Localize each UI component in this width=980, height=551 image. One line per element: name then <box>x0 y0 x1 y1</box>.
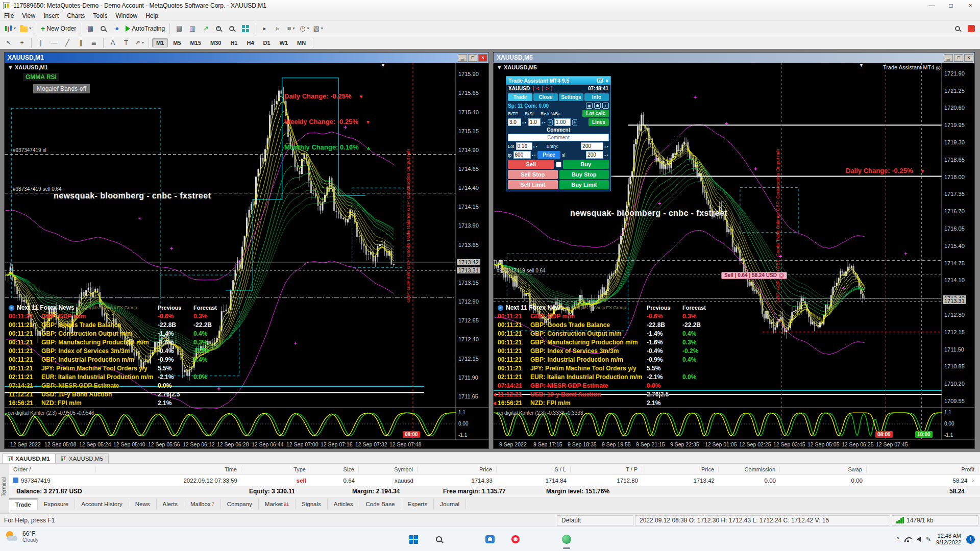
chart-tab-xauusd-m5[interactable]: XAUUSD,M5 <box>56 453 109 463</box>
chart-line-button[interactable]: ↗ <box>200 22 212 35</box>
tray-overflow-icon[interactable]: ^ <box>896 536 899 543</box>
sell-limit-button[interactable]: Sell Limit <box>508 180 558 189</box>
start-taskbar-icon[interactable] <box>403 529 424 549</box>
trendline-tool[interactable]: ╱ <box>61 37 74 49</box>
menu-item-file[interactable]: File <box>0 12 18 20</box>
chart-m1-restore-button[interactable]: □ <box>468 54 477 62</box>
vertical-line-tool[interactable]: | <box>35 37 47 49</box>
tf-button-m15[interactable]: M15 <box>186 38 205 47</box>
terminal-tab-market[interactable]: Market91 <box>259 499 296 509</box>
trade-assistant-close-icon[interactable]: × <box>605 78 608 84</box>
opera-taskbar-icon[interactable] <box>505 529 526 549</box>
chart-shift-button[interactable]: ▹ <box>272 22 284 35</box>
tf-button-m1[interactable]: M1 <box>152 38 168 47</box>
new-order-button[interactable]: +New Order <box>39 22 78 35</box>
rtp-input[interactable] <box>508 118 521 126</box>
indicator-label-mogalef-bands[interactable]: Mogalef Bands-off <box>33 84 90 93</box>
terminal-tab-articles[interactable]: Articles <box>328 499 360 509</box>
search-taskbar-icon[interactable] <box>429 529 449 549</box>
mql5-button[interactable] <box>965 22 977 35</box>
buy-stop-button[interactable]: Buy Stop <box>559 170 609 179</box>
menu-item-window[interactable]: Window <box>112 12 142 20</box>
autotrading-button[interactable]: AutoTrading <box>124 22 166 35</box>
risk-input[interactable] <box>554 118 571 126</box>
chart-tab-xauusd-m1[interactable]: XAUUSD,M1 <box>2 453 56 463</box>
tf-button-h4[interactable]: H4 <box>242 38 258 47</box>
camera-icon[interactable] <box>597 79 603 83</box>
lot-calc-button[interactable]: Lot calc <box>582 110 609 117</box>
ta-tab-trade[interactable]: Trade <box>508 93 532 101</box>
sl-input[interactable] <box>586 151 603 159</box>
ta-tab-info[interactable]: Info <box>584 93 609 101</box>
network-icon[interactable] <box>904 537 912 542</box>
channel-tool[interactable]: ∥ <box>75 37 87 49</box>
chart-candles-button[interactable]: ▥ <box>186 22 199 35</box>
terminal-column-4[interactable]: Symbol <box>359 466 418 472</box>
community-button[interactable]: ● <box>111 22 123 35</box>
terminal-tab-mailbox[interactable]: Mailbox7 <box>184 499 221 509</box>
collapse-triangle-icon[interactable]: ▼ <box>497 64 504 70</box>
minimize-button[interactable]: — <box>922 0 941 11</box>
tf-button-d1[interactable]: D1 <box>259 38 275 47</box>
ta-tab-settings[interactable]: Settings <box>559 93 583 101</box>
risk-plus-button[interactable]: + <box>572 119 577 126</box>
crosshair-tool[interactable]: + <box>16 37 28 49</box>
notification-badge[interactable]: 1 <box>966 535 975 544</box>
tile-windows-button[interactable] <box>239 22 252 35</box>
chart-bars-button[interactable]: ▤ <box>173 22 185 35</box>
menu-item-tools[interactable]: Tools <box>89 12 112 20</box>
terminal-column-8[interactable]: Price <box>642 466 719 472</box>
terminal-tab-journal[interactable]: Journal <box>434 499 466 509</box>
expert-advisors-button[interactable]: ▦ <box>84 22 96 35</box>
status-profile[interactable]: Default <box>557 515 633 525</box>
lines-button[interactable]: Lines <box>589 118 609 126</box>
terminal-column-11[interactable]: Profit <box>867 466 979 472</box>
maximize-button[interactable]: □ <box>941 0 961 11</box>
terminal-tab-experts[interactable]: Experts <box>401 499 434 509</box>
terminal-tab-trade[interactable]: Trade <box>9 498 38 510</box>
sell-stop-button[interactable]: Sell Stop <box>508 170 558 179</box>
tf-button-w1[interactable]: W1 <box>276 38 292 47</box>
terminal-column-3[interactable]: Size <box>310 466 359 472</box>
lot-input[interactable] <box>516 142 532 150</box>
terminal-tab-signals[interactable]: Signals <box>296 499 328 509</box>
pen-icon[interactable]: ✎ <box>926 536 931 543</box>
chart-m5-minimize-button[interactable]: ▁ <box>944 54 953 62</box>
zoom-in-button[interactable]: + <box>213 22 225 35</box>
label-tool[interactable]: T <box>120 37 132 49</box>
arrows-tool[interactable]: ↗▾ <box>133 37 145 49</box>
toolbar-search-button[interactable] <box>952 22 964 35</box>
terminal-tab-code-base[interactable]: Code Base <box>359 499 401 509</box>
chat-taskbar-icon[interactable] <box>480 529 500 549</box>
terminal-tab-exposure[interactable]: Exposure <box>38 499 76 509</box>
tf-button-m30[interactable]: M30 <box>206 38 225 47</box>
templates-button[interactable]: ▧▾ <box>312 22 325 35</box>
chart-m1-minimize-button[interactable]: ▁ <box>458 54 467 62</box>
bell-icon[interactable]: ! <box>602 103 609 109</box>
chart-m1-close-button[interactable]: × <box>478 54 487 62</box>
explorer-taskbar-icon[interactable] <box>531 529 551 549</box>
auto-scroll-button[interactable]: ▸ <box>258 22 271 35</box>
text-tool[interactable]: A <box>107 37 119 49</box>
comment-input[interactable] <box>508 134 609 141</box>
close-button[interactable]: × <box>961 0 980 11</box>
close-order-icon[interactable]: × <box>971 478 975 484</box>
trade-assistant-titlebar[interactable]: Trade Assistant MT4 9.5 × <box>506 77 610 85</box>
menu-item-help[interactable]: Help <box>141 12 162 20</box>
tray-clock[interactable]: 12:48 AM 9/12/2022 <box>936 533 961 546</box>
chart-window-m5-titlebar[interactable]: XAUUSD,M5 ▁ □ × <box>494 53 974 63</box>
fibonacci-tool[interactable]: ≣ <box>88 37 100 49</box>
entry-input[interactable] <box>581 142 603 150</box>
price-button[interactable]: Price <box>537 151 560 159</box>
menu-item-insert[interactable]: Insert <box>39 12 63 20</box>
terminal-column-9[interactable]: Commission <box>719 466 780 472</box>
browser-taskbar-icon[interactable] <box>556 529 577 549</box>
terminal-column-6[interactable]: S / L <box>497 466 571 472</box>
tp-input[interactable] <box>513 151 531 159</box>
risk-minus-button[interactable]: - <box>548 119 553 126</box>
gear-icon[interactable]: ◎ <box>936 64 941 70</box>
terminal-tab-account-history[interactable]: Account History <box>75 499 129 509</box>
close-position-icon[interactable]: × <box>779 273 784 278</box>
terminal-column-10[interactable]: Swap <box>780 466 867 472</box>
terminal-column-7[interactable]: T / P <box>571 466 642 472</box>
